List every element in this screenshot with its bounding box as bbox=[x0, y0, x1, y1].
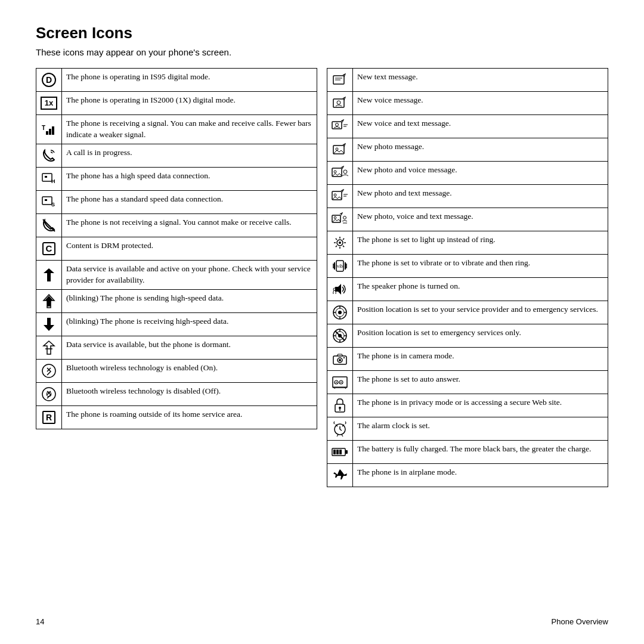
svg-point-89 bbox=[336, 382, 337, 383]
table-row: New voice message. bbox=[327, 92, 608, 115]
icon-cell: vib bbox=[327, 255, 353, 278]
svg-point-91 bbox=[340, 382, 342, 383]
svg-line-104 bbox=[342, 435, 343, 436]
icon-cell: H bbox=[36, 167, 62, 190]
icon-cell bbox=[36, 213, 62, 237]
description-cell: The phone is set to auto answer. bbox=[353, 371, 608, 394]
svg-point-23 bbox=[42, 364, 55, 377]
description-cell: The alarm clock is set. bbox=[353, 417, 608, 441]
description-cell: New text message. bbox=[353, 69, 608, 92]
description-cell: The phone is set to vibrate or to vibrat… bbox=[353, 255, 608, 278]
icon-cell bbox=[327, 301, 353, 324]
icon-cell bbox=[36, 359, 62, 382]
table-row: The phone is set to light up instead of … bbox=[327, 231, 608, 255]
standard-speed-data-icon: S bbox=[41, 194, 57, 210]
icon-cell bbox=[327, 417, 353, 441]
description-cell: Data service is available and active on … bbox=[62, 260, 317, 289]
svg-text:D: D bbox=[46, 75, 52, 85]
svg-text:1x: 1x bbox=[45, 98, 54, 107]
table-row: New photo, voice and text message. bbox=[327, 208, 608, 231]
svg-line-58 bbox=[343, 239, 344, 240]
icon-cell bbox=[327, 185, 353, 208]
icon-cell bbox=[327, 278, 353, 301]
1x-icon: 1x bbox=[41, 95, 57, 112]
page: Screen Icons These icons may appear on y… bbox=[0, 0, 644, 644]
description-cell: The phone is set to light up instead of … bbox=[353, 231, 608, 255]
svg-line-59 bbox=[336, 246, 337, 247]
svg-line-57 bbox=[343, 246, 344, 247]
new-photo-text-icon bbox=[332, 188, 348, 205]
icon-cell bbox=[327, 138, 353, 162]
left-table: D The phone is operating in IS95 digital… bbox=[36, 68, 317, 429]
description-cell: Position location is set to emergency se… bbox=[353, 324, 608, 348]
footer-page-number: 14 bbox=[36, 617, 44, 626]
table-row: H The phone has a high speed data connec… bbox=[36, 167, 317, 190]
description-cell: Bluetooth wireless technology is enabled… bbox=[62, 359, 317, 382]
table-row: Bluetooth wireless technology is disable… bbox=[36, 382, 317, 405]
svg-point-85 bbox=[339, 359, 341, 361]
table-row: New photo and voice message. bbox=[327, 162, 608, 185]
svg-rect-33 bbox=[332, 122, 342, 129]
icon-cell bbox=[327, 162, 353, 185]
icon-cell bbox=[36, 144, 62, 167]
svg-point-40 bbox=[334, 171, 336, 173]
svg-text:C: C bbox=[46, 243, 52, 253]
description-cell: A call is in progress. bbox=[62, 144, 317, 167]
description-cell: The phone is receiving a signal. You can… bbox=[62, 115, 317, 144]
new-voice-message-icon bbox=[332, 95, 348, 112]
svg-text:T: T bbox=[42, 125, 45, 131]
table-row: D The phone is operating in IS95 digital… bbox=[36, 69, 317, 92]
icon-cell bbox=[36, 289, 62, 312]
no-signal-icon bbox=[41, 217, 57, 234]
icon-cell bbox=[36, 260, 62, 289]
description-cell: New photo message. bbox=[353, 138, 608, 162]
svg-rect-12 bbox=[45, 199, 47, 201]
tables-container: D The phone is operating in IS95 digital… bbox=[36, 68, 608, 610]
table-row: A call is in progress. bbox=[36, 144, 317, 167]
table-row: The phone is set to auto answer. bbox=[327, 371, 608, 394]
battery-charged-icon bbox=[332, 444, 348, 460]
icon-cell: 1x bbox=[36, 92, 62, 115]
svg-point-69 bbox=[338, 311, 342, 314]
icon-cell bbox=[36, 382, 62, 405]
table-row: The phone is in airplane mode. bbox=[327, 464, 608, 487]
description-cell: The phone has a high speed data connecti… bbox=[62, 167, 317, 190]
description-cell: Bluetooth wireless technology is disable… bbox=[62, 382, 317, 405]
footer: 14 Phone Overview bbox=[36, 617, 608, 626]
description-cell: The phone is in camera mode. bbox=[353, 348, 608, 371]
icon-cell bbox=[327, 348, 353, 371]
table-row: (blinking) The phone is receiving high-s… bbox=[36, 312, 317, 336]
table-row: New text message. bbox=[327, 69, 608, 92]
svg-text:R: R bbox=[46, 413, 52, 422]
table-row: 1x The phone is operating in IS2000 (1X)… bbox=[36, 92, 317, 115]
description-cell: The phone has a standard speed data conn… bbox=[62, 190, 317, 213]
auto-answer-icon bbox=[332, 374, 348, 391]
svg-rect-109 bbox=[339, 450, 342, 454]
description-cell: New photo, voice and text message. bbox=[353, 208, 608, 231]
description-cell: The phone is in airplane mode. bbox=[353, 464, 608, 487]
table-row: Position location is set to emergency se… bbox=[327, 324, 608, 348]
description-cell: The phone is operating in IS95 digital m… bbox=[62, 69, 317, 92]
svg-line-103 bbox=[337, 435, 338, 436]
new-photo-message-icon bbox=[332, 141, 348, 158]
description-cell: The phone is operating in IS2000 (1X) di… bbox=[62, 92, 317, 115]
icon-cell bbox=[327, 231, 353, 255]
right-table: New text message. bbox=[327, 68, 608, 487]
description-cell: The battery is fully charged. The more b… bbox=[353, 441, 608, 464]
icon-cell bbox=[327, 441, 353, 464]
description-cell: New voice message. bbox=[353, 92, 608, 115]
icon-cell bbox=[327, 92, 353, 115]
footer-section-name: Phone Overview bbox=[552, 617, 608, 626]
icon-cell bbox=[327, 208, 353, 231]
d-circle-icon: D bbox=[41, 72, 57, 88]
description-cell: New voice and text message. bbox=[353, 115, 608, 138]
icon-cell bbox=[327, 115, 353, 138]
table-row: The phone is in privacy mode or is acces… bbox=[327, 394, 608, 417]
svg-line-56 bbox=[336, 239, 337, 240]
table-row: New photo message. bbox=[327, 138, 608, 162]
sending-high-speed-icon bbox=[41, 293, 57, 309]
table-row: Data service is available and active on … bbox=[36, 260, 317, 289]
svg-text:S: S bbox=[51, 202, 55, 208]
table-row: T The phone is receiving a signal. You c… bbox=[36, 115, 317, 144]
svg-point-51 bbox=[339, 242, 341, 244]
